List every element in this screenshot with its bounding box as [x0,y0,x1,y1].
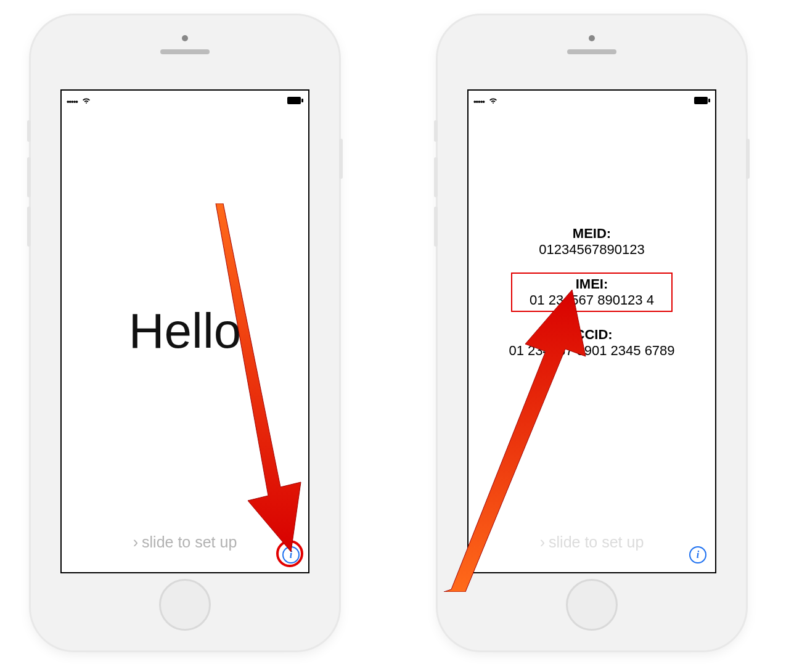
imei-label: IMEI: [530,276,654,292]
battery-icon [287,97,303,106]
cellular-signal-icon: ••••• [67,97,91,106]
slide-to-set-up[interactable]: ›slide to set up [469,533,715,551]
hello-greeting: Hello [62,303,308,359]
meid-label: MEID: [469,226,715,242]
meid-entry: MEID: 01234567890123 [469,226,715,258]
cellular-signal-icon: ••••• [473,97,497,106]
power-button [746,139,750,179]
iccid-entry: ICCID: 01 234567 8901 2345 6789 [469,327,715,359]
home-button[interactable] [566,579,618,631]
wifi-icon [82,97,91,106]
meid-value: 01234567890123 [469,242,715,258]
imei-value: 01 234567 890123 4 [530,292,654,308]
volume-down-button [27,207,31,247]
info-icon[interactable]: i [282,546,300,563]
imei-entry: IMEI: 01 234567 890123 4 [469,272,715,312]
chevron-right-icon: › [133,533,138,551]
mute-switch [434,120,438,142]
iccid-value: 01 234567 8901 2345 6789 [469,343,715,359]
svg-rect-3 [708,99,710,102]
earpiece-speaker [567,49,616,54]
wifi-icon [489,97,497,106]
slide-to-set-up[interactable]: ›slide to set up [62,533,308,551]
home-button[interactable] [159,579,211,631]
status-bar: ••••• [62,91,308,109]
iphone-mockup-right: ••••• MEID: 01234567890123 [438,15,746,650]
mute-switch [27,120,31,142]
iphone-mockup-left: ••••• Hello ›slide to set up i [31,15,339,650]
info-icon[interactable]: i [689,546,706,563]
volume-up-button [27,157,31,197]
svg-rect-1 [301,99,303,102]
annotation-imei-highlight: IMEI: 01 234567 890123 4 [511,272,673,312]
screen-device-info: ••••• MEID: 01234567890123 [467,89,716,573]
svg-rect-2 [694,97,708,104]
power-button [339,139,343,179]
battery-icon [694,97,710,106]
screen-hello: ••••• Hello ›slide to set up i [60,89,309,573]
volume-up-button [434,157,438,197]
device-identifiers: MEID: 01234567890123 IMEI: 01 234567 890… [469,226,715,374]
volume-down-button [434,207,438,247]
earpiece-speaker [160,49,210,54]
front-camera-icon [589,35,595,41]
svg-rect-0 [287,97,301,104]
status-bar: ••••• [469,91,715,109]
chevron-right-icon: › [540,533,545,551]
iccid-label: ICCID: [469,327,715,343]
front-camera-icon [182,35,188,41]
